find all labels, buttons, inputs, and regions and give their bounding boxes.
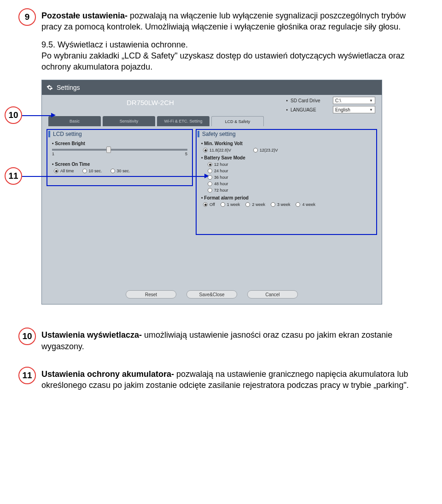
arrow-10 [22,115,52,116]
badge-10: 10 [18,328,36,345]
save-close-button[interactable]: Save&Close [186,290,237,299]
radio-12-hour[interactable]: 12 hour [208,162,375,167]
safety-setting-head: Safety setting [198,131,375,137]
model-label: DR750LW-2CH [127,99,174,115]
radio-72-hour[interactable]: 72 hour [208,188,375,193]
lcd-setting-head: LCD setting [48,131,191,137]
screen-bright-slider[interactable] [52,149,187,151]
language-label: LANGUAGE [291,107,333,112]
min-volt-label: Min. Working Volt [201,141,375,146]
radio-30-sec[interactable]: 30 sec. [110,169,130,173]
lcd-setting-panel: LCD setting Screen Bright 1 5 Screen On … [48,131,191,253]
tab-sensitivity[interactable]: Sensitivity [103,116,155,126]
titlebar: Settings [42,80,382,95]
radio-all-time[interactable]: All time [54,169,74,173]
radio-volt-11-8[interactable]: 11.8(22.8)V [203,148,231,152]
para-10: Ustawienia wyświetlacza- umożliwiają ust… [41,328,424,352]
radio-volt-12[interactable]: 12(23.2)V [253,148,278,152]
tab-basic[interactable]: Basic [48,116,101,126]
tab-lcd-safety[interactable]: LCD & Safety [211,116,264,126]
cancel-button[interactable]: Cancel [247,290,298,299]
settings-window: Settings DR750LW-2CH • SD Card Drive C:\… [41,80,382,305]
badge-11-callout: 11 [5,167,22,185]
slider-thumb[interactable] [106,147,111,153]
radio-alarm-3w[interactable]: 3 week [271,202,291,207]
sd-card-label: SD Card Drive [291,98,333,103]
para-9: Pozostałe ustawienia- pozwalają na włącz… [41,8,424,33]
screen-bright-label: Screen Bright [52,141,191,146]
radio-24-hour[interactable]: 24 hour [208,169,375,173]
screen-on-time-label: Screen On Time [52,162,191,167]
chevron-down-icon: ▼ [369,108,373,112]
badge-11: 11 [18,367,36,384]
radio-alarm-1w[interactable]: 1 week [221,202,240,207]
section-9-5: 9.5. Wyświetlacz i ustawienia ochronne. … [41,39,424,73]
gear-icon [47,84,53,91]
badge-9: 9 [18,8,36,26]
blank-area [42,260,382,287]
radio-alarm-off[interactable]: Off [203,202,215,207]
titlebar-text: Settings [57,84,80,91]
tabs: Basic Sensitivity Wi-Fi & ETC. Setting L… [42,115,382,126]
reset-button[interactable]: Reset [126,290,176,299]
format-alarm-label: Format alarm period [201,195,375,200]
radio-alarm-2w[interactable]: 2 week [245,202,265,207]
safety-setting-panel: Safety setting Min. Working Volt 11.8(22… [198,131,375,253]
battery-save-label: Battery Save Mode [201,155,375,160]
radio-10-sec[interactable]: 10 sec. [82,169,102,173]
radio-48-hour[interactable]: 48 hour [208,182,375,186]
badge-10-callout: 10 [5,106,22,124]
chevron-down-icon: ▼ [369,99,373,103]
radio-36-hour[interactable]: 36 hour [208,175,375,180]
language-select[interactable]: English ▼ [333,106,375,113]
tab-wifi-etc[interactable]: Wi-Fi & ETC. Setting [157,116,209,126]
para-11: Ustawienia ochrony akumulatora- pozwalaj… [41,367,424,391]
sd-card-select[interactable]: C:\ ▼ [333,97,375,104]
radio-alarm-4w[interactable]: 4 week [296,202,315,207]
